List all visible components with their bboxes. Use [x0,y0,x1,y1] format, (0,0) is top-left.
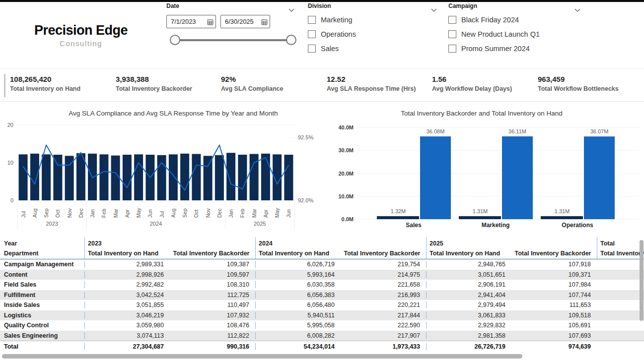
sla-combo-chart[interactable]: Avg SLA Compliance and Avg SLA Response … [0,107,318,235]
value-cell[interactable]: 219,754 [341,261,426,268]
value-cell[interactable]: 6,030,358 [255,281,341,288]
response-time-bar[interactable] [192,154,201,201]
value-cell[interactable]: 107,693 [511,332,597,339]
value-cell[interactable]: 220,221 [341,301,426,308]
division-option-marketing[interactable]: Marketing [308,15,439,24]
checkbox-icon[interactable] [448,30,456,38]
on-hand-bar[interactable] [420,136,451,219]
department-cell[interactable]: Fulfillment [0,292,84,299]
value-cell[interactable]: 3,061,833 [426,312,511,319]
department-cell[interactable]: Quality Control [0,322,84,329]
response-time-bar[interactable] [157,155,166,200]
value-cell[interactable]: 107,932 [170,312,255,319]
value-cell[interactable]: 2,906,191 [426,281,511,288]
response-time-bar[interactable] [169,154,178,200]
response-time-bar[interactable] [65,156,74,200]
campaign-option-new-product-launch[interactable]: New Product Launch Q1 [448,30,582,38]
response-time-bar[interactable] [204,156,213,200]
column-header[interactable]: Total Inventory Backorder [512,250,597,257]
response-time-bar[interactable] [123,155,132,200]
value-cell[interactable]: 109,597 [170,271,255,278]
year-header[interactable]: 2023 [85,240,255,247]
column-header[interactable]: Total Inventory on Hand [256,250,341,257]
response-time-bar[interactable] [180,154,189,200]
value-cell[interactable]: 6,026,719 [255,261,341,268]
value-cell[interactable]: 108,310 [170,281,255,288]
department-cell[interactable]: Field Sales [0,281,84,288]
value-cell[interactable]: 109,387 [170,261,255,268]
checkbox-icon[interactable] [308,45,316,53]
value-cell[interactable]: 5,993,164 [255,271,341,278]
value-cell[interactable]: 2,998,926 [84,271,170,278]
value-cell[interactable]: 5,995,058 [255,322,341,329]
value-cell[interactable]: 214,975 [341,271,426,278]
column-header[interactable]: Total Inventory Backorder [170,250,256,257]
year-header[interactable]: Total [597,240,644,247]
value-cell[interactable]: 107,918 [511,261,597,268]
value-cell[interactable]: 2,979,494 [426,301,511,308]
value-cell[interactable]: 108,476 [170,322,255,329]
checkbox-icon[interactable] [308,16,316,24]
response-time-bar[interactable] [134,154,143,200]
response-time-bar[interactable] [261,154,270,200]
response-time-bar[interactable] [19,154,28,200]
value-cell[interactable]: 54,234,014 [255,343,341,350]
value-cell[interactable]: 2,929,832 [426,322,511,329]
compliance-line[interactable] [23,145,289,190]
column-header[interactable]: Total Inventory Backorder [341,250,427,257]
checkbox-icon[interactable] [448,16,456,24]
value-cell[interactable]: 3,074,113 [84,332,170,339]
value-cell[interactable]: 2,992,482 [84,281,170,288]
value-cell[interactable]: 109,371 [511,271,597,278]
value-cell[interactable]: 990,316 [170,343,255,350]
value-cell[interactable]: 26,726,719 [426,343,511,350]
value-cell[interactable]: 2,948,765 [426,261,511,268]
vertical-scrollbar-thumb[interactable] [640,240,644,321]
checkbox-icon[interactable] [448,45,456,53]
department-cell[interactable]: Sales Engineering [0,332,84,339]
value-cell[interactable]: 111,653 [511,301,597,308]
department-cell[interactable]: Campaign Management [0,261,84,268]
campaign-option-promo-summer[interactable]: Promo Summer 2024 [448,44,582,53]
on-hand-bar[interactable] [584,136,615,219]
slider-handle-end[interactable] [286,35,296,45]
value-cell[interactable]: 107,984 [511,281,597,288]
value-cell[interactable]: 974,639 [511,343,597,350]
chevron-down-icon[interactable] [431,5,437,14]
value-cell[interactable]: 216,993 [341,292,426,299]
response-time-bar[interactable] [284,155,293,200]
value-cell[interactable]: 112,822 [170,332,255,339]
slider-handle-start[interactable] [170,35,180,45]
value-cell[interactable]: 27,304,687 [84,343,170,350]
value-cell[interactable]: 110,497 [170,301,255,308]
response-time-bar[interactable] [111,156,120,200]
value-cell[interactable]: 2,941,404 [426,292,511,299]
response-time-bar[interactable] [238,155,247,200]
backorder-bar[interactable] [541,216,583,219]
value-cell[interactable]: 3,042,524 [84,292,170,299]
value-cell[interactable]: 6,008,282 [255,332,341,339]
value-cell[interactable]: 3,051,651 [426,271,511,278]
response-time-bar[interactable] [53,155,62,200]
value-cell[interactable]: 2,989,331 [84,261,170,268]
department-cell[interactable]: Logistics [0,312,84,319]
value-cell[interactable]: 221,658 [341,281,426,288]
response-time-bar[interactable] [99,154,108,200]
column-header[interactable]: Total Inventory on Hand [85,250,170,257]
value-cell[interactable]: 3,046,219 [84,312,170,319]
value-cell[interactable]: 6,056,480 [255,301,341,308]
year-header[interactable]: 2024 [256,240,426,247]
division-option-sales[interactable]: Sales [308,44,439,53]
column-header[interactable]: Total Inventory on Hand [597,250,644,257]
value-cell[interactable]: 3,051,855 [84,301,170,308]
backorder-bar[interactable] [459,216,501,219]
value-cell[interactable]: 3,059,980 [84,322,170,329]
value-cell[interactable]: 107,744 [511,292,597,299]
backorder-bar[interactable] [377,216,419,219]
response-time-bar[interactable] [215,155,224,200]
value-cell[interactable]: 109,518 [511,312,597,319]
department-cell[interactable]: Total [0,343,84,350]
year-header[interactable]: 2025 [427,240,597,247]
campaign-option-black-friday[interactable]: Black Friday 2024 [448,15,582,24]
department-cell[interactable]: Content [0,271,84,278]
